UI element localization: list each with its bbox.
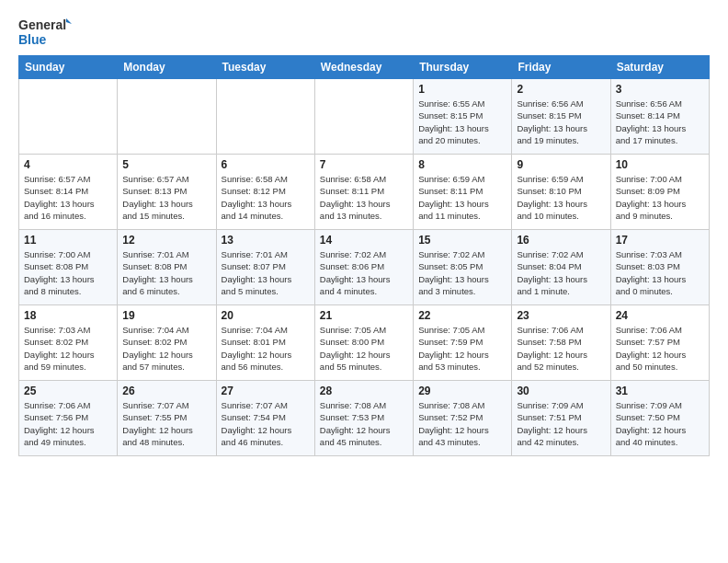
day-number: 31 — [616, 385, 704, 397]
calendar-day-cell: 3Sunrise: 6:56 AM Sunset: 8:14 PM Daylig… — [610, 79, 709, 155]
calendar-day-cell: 11Sunrise: 7:00 AM Sunset: 8:08 PM Dayli… — [19, 230, 118, 305]
calendar-week-row: 4Sunrise: 6:57 AM Sunset: 8:14 PM Daylig… — [19, 155, 710, 230]
day-info: Sunrise: 6:57 AM Sunset: 8:13 PM Dayligh… — [122, 173, 210, 222]
logo: General Blue — [18, 15, 74, 48]
day-number: 15 — [418, 234, 506, 247]
calendar-day-cell: 14Sunrise: 7:02 AM Sunset: 8:06 PM Dayli… — [314, 230, 413, 305]
day-info: Sunrise: 6:56 AM Sunset: 8:15 PM Dayligh… — [517, 98, 605, 146]
day-number: 22 — [418, 309, 506, 322]
day-info: Sunrise: 6:55 AM Sunset: 8:15 PM Dayligh… — [418, 98, 506, 146]
day-info: Sunrise: 7:00 AM Sunset: 8:08 PM Dayligh… — [24, 248, 112, 297]
day-info: Sunrise: 6:56 AM Sunset: 8:14 PM Dayligh… — [616, 98, 704, 146]
day-number: 20 — [222, 309, 310, 322]
day-number: 27 — [222, 385, 310, 397]
day-number: 4 — [24, 158, 112, 171]
day-info: Sunrise: 7:02 AM Sunset: 8:06 PM Dayligh… — [320, 248, 408, 297]
logo-svg: General Blue — [18, 15, 74, 48]
day-number: 30 — [517, 385, 605, 397]
calendar-day-header: Sunday — [19, 56, 118, 79]
day-info: Sunrise: 7:07 AM Sunset: 7:55 PM Dayligh… — [122, 399, 210, 448]
day-number: 5 — [122, 158, 210, 171]
day-info: Sunrise: 7:05 AM Sunset: 8:00 PM Dayligh… — [320, 324, 408, 373]
day-info: Sunrise: 6:59 AM Sunset: 8:10 PM Dayligh… — [517, 173, 605, 222]
day-number: 29 — [418, 385, 506, 397]
day-number: 10 — [616, 158, 704, 171]
page: General Blue SundayMondayTuesdayWednesda… — [0, 0, 728, 465]
day-number: 2 — [517, 83, 605, 96]
day-number: 17 — [616, 234, 704, 247]
day-number: 28 — [320, 385, 408, 397]
day-number: 7 — [320, 158, 408, 171]
svg-text:General: General — [18, 17, 66, 32]
calendar-day-cell: 12Sunrise: 7:01 AM Sunset: 8:08 PM Dayli… — [118, 230, 216, 305]
calendar-day-cell: 9Sunrise: 6:59 AM Sunset: 8:10 PM Daylig… — [512, 155, 610, 230]
calendar-week-row: 18Sunrise: 7:03 AM Sunset: 8:02 PM Dayli… — [19, 305, 710, 381]
day-info: Sunrise: 7:04 AM Sunset: 8:02 PM Dayligh… — [122, 324, 210, 373]
calendar-day-header: Friday — [512, 56, 610, 79]
calendar-day-cell: 21Sunrise: 7:05 AM Sunset: 8:00 PM Dayli… — [314, 305, 413, 381]
day-number: 19 — [122, 309, 210, 322]
day-info: Sunrise: 7:02 AM Sunset: 8:04 PM Dayligh… — [517, 248, 605, 297]
day-info: Sunrise: 6:58 AM Sunset: 8:12 PM Dayligh… — [222, 173, 310, 222]
calendar-day-cell: 22Sunrise: 7:05 AM Sunset: 7:59 PM Dayli… — [414, 305, 512, 381]
calendar-day-cell: 6Sunrise: 6:58 AM Sunset: 8:12 PM Daylig… — [216, 155, 314, 230]
day-number: 24 — [616, 309, 704, 322]
day-info: Sunrise: 7:00 AM Sunset: 8:09 PM Dayligh… — [616, 173, 704, 222]
svg-marker-1 — [66, 18, 72, 24]
calendar-day-cell — [314, 79, 413, 155]
calendar-day-header: Thursday — [414, 56, 512, 79]
calendar-day-cell: 16Sunrise: 7:02 AM Sunset: 8:04 PM Dayli… — [512, 230, 610, 305]
header: General Blue — [18, 15, 710, 48]
day-info: Sunrise: 7:05 AM Sunset: 7:59 PM Dayligh… — [418, 324, 506, 373]
calendar-day-cell — [118, 79, 216, 155]
calendar-day-cell: 17Sunrise: 7:03 AM Sunset: 8:03 PM Dayli… — [610, 230, 709, 305]
calendar-day-cell — [19, 79, 118, 155]
calendar-day-cell: 8Sunrise: 6:59 AM Sunset: 8:11 PM Daylig… — [414, 155, 512, 230]
day-number: 11 — [24, 234, 112, 247]
calendar-day-cell: 30Sunrise: 7:09 AM Sunset: 7:51 PM Dayli… — [512, 381, 610, 456]
calendar-day-cell: 24Sunrise: 7:06 AM Sunset: 7:57 PM Dayli… — [610, 305, 709, 381]
day-number: 26 — [122, 385, 210, 397]
day-info: Sunrise: 7:03 AM Sunset: 8:03 PM Dayligh… — [616, 248, 704, 297]
calendar-day-cell: 4Sunrise: 6:57 AM Sunset: 8:14 PM Daylig… — [19, 155, 118, 230]
calendar-day-cell: 26Sunrise: 7:07 AM Sunset: 7:55 PM Dayli… — [118, 381, 216, 456]
day-info: Sunrise: 6:59 AM Sunset: 8:11 PM Dayligh… — [418, 173, 506, 222]
day-info: Sunrise: 7:03 AM Sunset: 8:02 PM Dayligh… — [24, 324, 112, 373]
calendar-day-cell: 5Sunrise: 6:57 AM Sunset: 8:13 PM Daylig… — [118, 155, 216, 230]
day-info: Sunrise: 7:08 AM Sunset: 7:53 PM Dayligh… — [320, 399, 408, 448]
day-number: 21 — [320, 309, 408, 322]
calendar-day-header: Tuesday — [216, 56, 314, 79]
calendar-day-cell: 29Sunrise: 7:08 AM Sunset: 7:52 PM Dayli… — [414, 381, 512, 456]
calendar-week-row: 1Sunrise: 6:55 AM Sunset: 8:15 PM Daylig… — [19, 79, 710, 155]
day-number: 23 — [517, 309, 605, 322]
calendar-week-row: 25Sunrise: 7:06 AM Sunset: 7:56 PM Dayli… — [19, 381, 710, 456]
calendar-day-cell: 18Sunrise: 7:03 AM Sunset: 8:02 PM Dayli… — [19, 305, 118, 381]
calendar-day-header: Monday — [118, 56, 216, 79]
calendar-table: SundayMondayTuesdayWednesdayThursdayFrid… — [18, 55, 710, 456]
calendar-day-cell: 25Sunrise: 7:06 AM Sunset: 7:56 PM Dayli… — [19, 381, 118, 456]
day-number: 6 — [222, 158, 310, 171]
day-number: 1 — [418, 83, 506, 96]
day-number: 25 — [24, 385, 112, 397]
calendar-day-cell: 2Sunrise: 6:56 AM Sunset: 8:15 PM Daylig… — [512, 79, 610, 155]
calendar-day-cell: 7Sunrise: 6:58 AM Sunset: 8:11 PM Daylig… — [314, 155, 413, 230]
day-number: 8 — [418, 158, 506, 171]
calendar-day-cell: 13Sunrise: 7:01 AM Sunset: 8:07 PM Dayli… — [216, 230, 314, 305]
day-info: Sunrise: 6:57 AM Sunset: 8:14 PM Dayligh… — [24, 173, 112, 222]
calendar-day-cell: 10Sunrise: 7:00 AM Sunset: 8:09 PM Dayli… — [610, 155, 709, 230]
calendar-day-cell: 20Sunrise: 7:04 AM Sunset: 8:01 PM Dayli… — [216, 305, 314, 381]
day-number: 12 — [122, 234, 210, 247]
calendar-week-row: 11Sunrise: 7:00 AM Sunset: 8:08 PM Dayli… — [19, 230, 710, 305]
day-info: Sunrise: 7:04 AM Sunset: 8:01 PM Dayligh… — [222, 324, 310, 373]
calendar-day-cell: 28Sunrise: 7:08 AM Sunset: 7:53 PM Dayli… — [314, 381, 413, 456]
calendar-header-row: SundayMondayTuesdayWednesdayThursdayFrid… — [19, 56, 710, 79]
day-info: Sunrise: 7:01 AM Sunset: 8:08 PM Dayligh… — [122, 248, 210, 297]
day-info: Sunrise: 7:07 AM Sunset: 7:54 PM Dayligh… — [222, 399, 310, 448]
day-number: 14 — [320, 234, 408, 247]
calendar-day-cell: 1Sunrise: 6:55 AM Sunset: 8:15 PM Daylig… — [414, 79, 512, 155]
svg-text:Blue: Blue — [18, 32, 47, 47]
day-info: Sunrise: 7:08 AM Sunset: 7:52 PM Dayligh… — [418, 399, 506, 448]
day-number: 9 — [517, 158, 605, 171]
day-info: Sunrise: 7:09 AM Sunset: 7:50 PM Dayligh… — [616, 399, 704, 448]
calendar-day-cell: 15Sunrise: 7:02 AM Sunset: 8:05 PM Dayli… — [414, 230, 512, 305]
